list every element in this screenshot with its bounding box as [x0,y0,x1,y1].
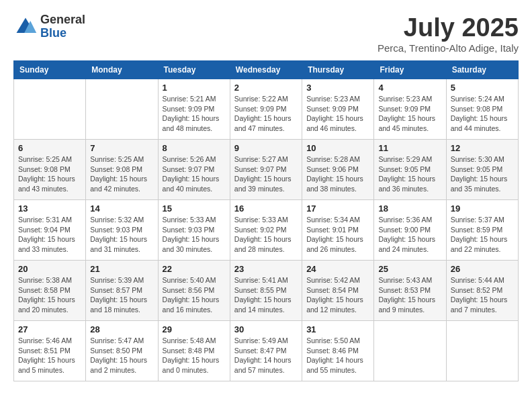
day-number: 3 [306,83,369,93]
calendar-cell [86,79,158,140]
day-number: 19 [451,203,514,214]
calendar-cell: 5Sunrise: 5:24 AMSunset: 9:08 PMDaylight… [446,79,518,140]
calendar-cell: 15Sunrise: 5:33 AMSunset: 9:03 PMDayligh… [158,200,230,261]
day-number: 18 [378,203,441,214]
calendar-cell [446,321,518,381]
calendar-week-3: 13Sunrise: 5:31 AMSunset: 9:04 PMDayligh… [14,200,519,261]
day-number: 13 [18,203,81,214]
day-number: 10 [306,143,369,153]
day-info: Sunrise: 5:42 AMSunset: 8:54 PMDaylight:… [306,275,369,315]
calendar-cell [14,79,86,140]
day-info: Sunrise: 5:41 AMSunset: 8:55 PMDaylight:… [234,275,298,315]
day-number: 20 [18,264,81,274]
day-number: 2 [234,83,298,93]
logo-text: General Blue [40,13,85,40]
day-info: Sunrise: 5:31 AMSunset: 9:04 PMDaylight:… [18,215,81,255]
day-info: Sunrise: 5:23 AMSunset: 9:09 PMDaylight:… [306,94,369,134]
calendar-cell: 24Sunrise: 5:42 AMSunset: 8:54 PMDayligh… [302,261,374,321]
day-number: 4 [378,83,441,93]
day-info: Sunrise: 5:28 AMSunset: 9:06 PMDaylight:… [306,154,369,194]
calendar-cell: 4Sunrise: 5:23 AMSunset: 9:09 PMDaylight… [374,79,446,140]
calendar-cell: 17Sunrise: 5:34 AMSunset: 9:01 PMDayligh… [302,200,374,261]
day-info: Sunrise: 5:21 AMSunset: 9:09 PMDaylight:… [163,94,226,134]
month-title: July 2025 [378,13,519,42]
day-info: Sunrise: 5:46 AMSunset: 8:51 PMDaylight:… [18,336,81,375]
weekday-header-row: SundayMondayTuesdayWednesdayThursdayFrid… [14,61,519,79]
day-info: Sunrise: 5:43 AMSunset: 8:53 PMDaylight:… [378,275,441,315]
day-number: 29 [163,324,226,334]
day-info: Sunrise: 5:49 AMSunset: 8:47 PMDaylight:… [234,336,298,375]
calendar-week-5: 27Sunrise: 5:46 AMSunset: 8:51 PMDayligh… [14,321,519,381]
day-info: Sunrise: 5:50 AMSunset: 8:46 PMDaylight:… [306,336,369,375]
calendar-cell [374,321,446,381]
calendar-cell: 22Sunrise: 5:40 AMSunset: 8:56 PMDayligh… [158,261,230,321]
calendar-cell: 20Sunrise: 5:38 AMSunset: 8:58 PMDayligh… [14,261,86,321]
day-info: Sunrise: 5:40 AMSunset: 8:56 PMDaylight:… [163,275,226,315]
day-number: 25 [378,264,441,274]
calendar-table: SundayMondayTuesdayWednesdayThursdayFrid… [13,60,519,381]
calendar-cell: 14Sunrise: 5:32 AMSunset: 9:03 PMDayligh… [86,200,158,261]
day-number: 31 [306,324,369,334]
day-info: Sunrise: 5:44 AMSunset: 8:52 PMDaylight:… [451,275,514,315]
day-number: 9 [234,143,298,153]
calendar-cell: 18Sunrise: 5:36 AMSunset: 9:00 PMDayligh… [374,200,446,261]
calendar-cell: 31Sunrise: 5:50 AMSunset: 8:46 PMDayligh… [302,321,374,381]
calendar-cell: 29Sunrise: 5:48 AMSunset: 8:48 PMDayligh… [158,321,230,381]
day-number: 14 [90,203,153,214]
calendar-cell: 7Sunrise: 5:25 AMSunset: 9:08 PMDaylight… [86,140,158,200]
day-number: 23 [234,264,298,274]
day-info: Sunrise: 5:25 AMSunset: 9:08 PMDaylight:… [18,154,81,194]
calendar-cell: 19Sunrise: 5:37 AMSunset: 8:59 PMDayligh… [446,200,518,261]
day-info: Sunrise: 5:33 AMSunset: 9:03 PMDaylight:… [163,215,226,255]
weekday-header-thursday: Thursday [302,61,374,79]
calendar-cell: 25Sunrise: 5:43 AMSunset: 8:53 PMDayligh… [374,261,446,321]
day-number: 1 [163,83,226,93]
weekday-header-monday: Monday [86,61,158,79]
day-info: Sunrise: 5:39 AMSunset: 8:57 PMDaylight:… [90,275,153,315]
weekday-header-tuesday: Tuesday [158,61,230,79]
day-number: 28 [90,324,153,334]
calendar-cell: 6Sunrise: 5:25 AMSunset: 9:08 PMDaylight… [14,140,86,200]
day-info: Sunrise: 5:22 AMSunset: 9:09 PMDaylight:… [234,94,298,134]
day-info: Sunrise: 5:36 AMSunset: 9:00 PMDaylight:… [378,215,441,255]
day-number: 21 [90,264,153,274]
calendar-cell: 28Sunrise: 5:47 AMSunset: 8:50 PMDayligh… [86,321,158,381]
day-number: 11 [378,143,441,153]
day-info: Sunrise: 5:30 AMSunset: 9:05 PMDaylight:… [451,154,514,194]
logo-line1: General [40,13,85,27]
day-info: Sunrise: 5:33 AMSunset: 9:02 PMDaylight:… [234,215,298,255]
day-number: 15 [163,203,226,214]
day-info: Sunrise: 5:23 AMSunset: 9:09 PMDaylight:… [378,94,441,134]
calendar-cell: 27Sunrise: 5:46 AMSunset: 8:51 PMDayligh… [14,321,86,381]
day-number: 30 [234,324,298,334]
calendar-week-4: 20Sunrise: 5:38 AMSunset: 8:58 PMDayligh… [14,261,519,321]
day-info: Sunrise: 5:25 AMSunset: 9:08 PMDaylight:… [90,154,153,194]
day-info: Sunrise: 5:29 AMSunset: 9:05 PMDaylight:… [378,154,441,194]
day-number: 8 [163,143,226,153]
day-number: 26 [451,264,514,274]
page-header: General Blue July 2025 Perca, Trentino-A… [13,13,519,54]
title-block: July 2025 Perca, Trentino-Alto Adige, It… [378,13,519,54]
calendar-cell: 11Sunrise: 5:29 AMSunset: 9:05 PMDayligh… [374,140,446,200]
calendar-cell: 12Sunrise: 5:30 AMSunset: 9:05 PMDayligh… [446,140,518,200]
day-number: 7 [90,143,153,153]
calendar-week-1: 1Sunrise: 5:21 AMSunset: 9:09 PMDaylight… [14,79,519,140]
calendar-cell: 26Sunrise: 5:44 AMSunset: 8:52 PMDayligh… [446,261,518,321]
day-number: 22 [163,264,226,274]
calendar-cell: 13Sunrise: 5:31 AMSunset: 9:04 PMDayligh… [14,200,86,261]
day-info: Sunrise: 5:38 AMSunset: 8:58 PMDaylight:… [18,275,81,315]
day-info: Sunrise: 5:47 AMSunset: 8:50 PMDaylight:… [90,336,153,375]
day-number: 5 [451,83,514,93]
calendar-cell: 9Sunrise: 5:27 AMSunset: 9:07 PMDaylight… [230,140,302,200]
calendar-cell: 23Sunrise: 5:41 AMSunset: 8:55 PMDayligh… [230,261,302,321]
weekday-header-saturday: Saturday [446,61,518,79]
weekday-header-sunday: Sunday [14,61,86,79]
day-number: 17 [306,203,369,214]
day-info: Sunrise: 5:27 AMSunset: 9:07 PMDaylight:… [234,154,298,194]
calendar-cell: 16Sunrise: 5:33 AMSunset: 9:02 PMDayligh… [230,200,302,261]
day-number: 16 [234,203,298,214]
day-info: Sunrise: 5:37 AMSunset: 8:59 PMDaylight:… [451,215,514,255]
day-info: Sunrise: 5:34 AMSunset: 9:01 PMDaylight:… [306,215,369,255]
day-info: Sunrise: 5:32 AMSunset: 9:03 PMDaylight:… [90,215,153,255]
logo: General Blue [13,13,85,40]
